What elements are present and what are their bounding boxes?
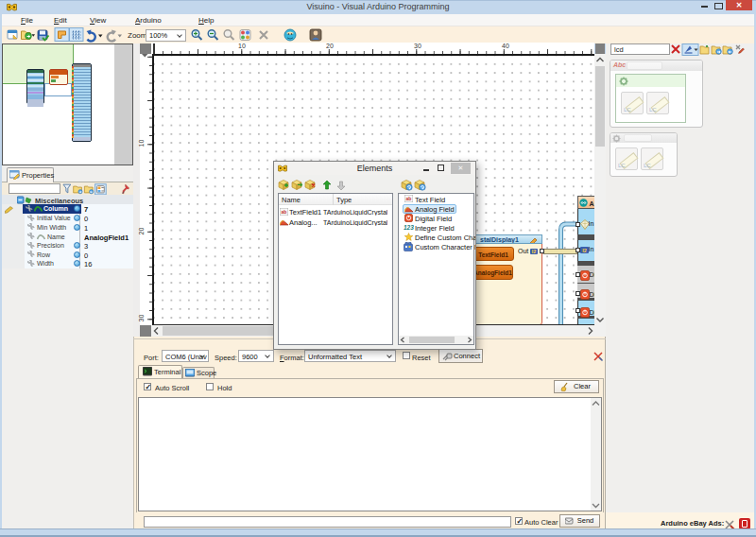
svg-text:123: 123 [404,224,414,231]
svg-text:ab: ab [282,209,287,215]
svg-text:I2: I2 [582,248,587,253]
svg-text:I2: I2 [532,249,537,254]
svg-text:ab: ab [406,196,412,201]
